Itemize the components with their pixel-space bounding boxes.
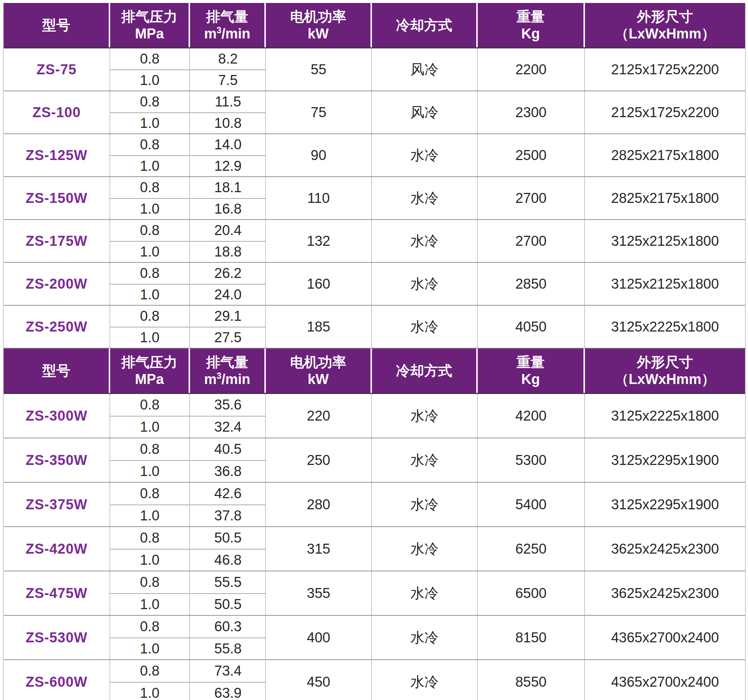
cooling-cell: 水冷 xyxy=(372,527,478,571)
header-unit: m3/min xyxy=(204,25,250,42)
volume-cell: 36.8 xyxy=(190,460,266,482)
volume-cell: 55.5 xyxy=(190,571,266,593)
pressure-cell: 0.8 xyxy=(110,263,190,284)
header-unit: （LxWxHmm） xyxy=(614,25,715,42)
dimensions-cell: 3625x2425x2300 xyxy=(585,571,745,615)
cooling-cell: 水冷 xyxy=(372,177,478,219)
cooling-cell: 水冷 xyxy=(372,306,478,348)
header-label: 外形尺寸 xyxy=(637,8,693,25)
model-cell: ZS-530W xyxy=(4,616,110,659)
header-cell-weight: 重量 Kg xyxy=(478,349,585,393)
pressure-cell: 0.8 xyxy=(110,527,190,549)
dimensions-cell: 3125x2225x1800 xyxy=(585,394,745,437)
header-slot: 型号 排气压力 MPa 排气量 m3/min 电机功率 kW 冷却方式 重量 K… xyxy=(4,3,745,49)
volume-cell: 40.5 xyxy=(190,438,266,460)
dimensions-cell: 3625x2425x2300 xyxy=(585,527,745,571)
model-cell: ZS-350W xyxy=(4,438,110,482)
model-cell: ZS-75 xyxy=(4,49,110,91)
table-row: ZS-75 0.8 8.2 1.0 7.5 55 风冷 2200 2125x17… xyxy=(4,49,745,91)
table-row: ZS-375W 0.8 42.6 1.0 37.8 280 水冷 5400 31… xyxy=(4,482,745,526)
pressure-cell: 1.0 xyxy=(110,155,190,176)
pressure-cell: 0.8 xyxy=(110,660,190,682)
volume-cell: 18.1 xyxy=(190,177,266,198)
header-label: 排气压力 xyxy=(121,8,178,25)
model-cell: ZS-125W xyxy=(4,134,110,176)
header-label: 型号 xyxy=(42,17,70,33)
pressure-cell: 1.0 xyxy=(110,241,190,262)
weight-cell: 6500 xyxy=(478,571,585,615)
header-label: 冷却方式 xyxy=(396,362,452,379)
volume-cell: 10.8 xyxy=(190,112,266,134)
dimensions-cell: 2825x2175x1800 xyxy=(585,177,745,219)
table-row: ZS-100 0.8 11.5 1.0 10.8 75 风冷 2300 2125… xyxy=(4,91,745,134)
header-cell-power: 电机功率 kW xyxy=(266,349,372,393)
pressure-volume-block: 0.8 40.5 1.0 36.8 xyxy=(110,438,266,482)
pressure-volume-block: 0.8 42.6 1.0 37.8 xyxy=(110,483,266,526)
model-cell: ZS-200W xyxy=(4,263,110,305)
pressure-cell: 1.0 xyxy=(110,112,190,134)
dimensions-cell: 2125x1725x2200 xyxy=(585,91,745,134)
pressure-volume-block: 0.8 18.1 1.0 16.8 xyxy=(110,177,266,219)
pressure-cell: 0.8 xyxy=(110,49,190,70)
pressure-cell: 1.0 xyxy=(110,327,190,348)
pressure-volume-block: 0.8 29.1 1.0 27.5 xyxy=(110,306,266,348)
pressure-cell: 1.0 xyxy=(110,284,190,305)
weight-cell: 4050 xyxy=(478,306,585,348)
header-label: 重量 xyxy=(517,354,545,371)
table-row: ZS-530W 0.8 60.3 1.0 55.8 400 水冷 8150 43… xyxy=(4,615,745,659)
power-cell: 280 xyxy=(266,483,372,526)
power-cell: 400 xyxy=(266,616,372,659)
rows-upper: ZS-75 0.8 8.2 1.0 7.5 55 风冷 2200 2125x17… xyxy=(4,49,745,349)
table-header-row: 型号 排气压力 MPa 排气量 m3/min 电机功率 kW 冷却方式 重量 K… xyxy=(4,349,745,394)
weight-cell: 2700 xyxy=(478,177,585,219)
volume-cell: 50.5 xyxy=(190,593,266,615)
power-cell: 132 xyxy=(266,220,372,262)
header-unit: kW xyxy=(308,25,329,42)
pressure-cell: 1.0 xyxy=(110,549,190,571)
cooling-cell: 水冷 xyxy=(372,394,478,437)
model-cell: ZS-375W xyxy=(4,483,110,526)
power-cell: 355 xyxy=(266,571,372,615)
header-cell-weight: 重量 Kg xyxy=(478,3,585,47)
pressure-cell: 0.8 xyxy=(110,616,190,638)
header-cell-pressure: 排气压力 MPa xyxy=(110,349,190,393)
cooling-cell: 水冷 xyxy=(372,483,478,526)
model-cell: ZS-150W xyxy=(4,177,110,219)
volume-cell: 27.5 xyxy=(190,327,266,348)
cooling-cell: 水冷 xyxy=(372,616,478,659)
header-cell-dimensions: 外形尺寸 （LxWxHmm） xyxy=(585,3,745,47)
dimensions-cell: 3125x2225x1800 xyxy=(585,306,745,348)
header-label: 重量 xyxy=(517,8,545,25)
volume-cell: 32.4 xyxy=(190,416,266,437)
pressure-cell: 0.8 xyxy=(110,177,190,198)
power-cell: 160 xyxy=(266,263,372,305)
pressure-cell: 0.8 xyxy=(110,306,190,327)
pressure-cell: 1.0 xyxy=(110,460,190,482)
cooling-cell: 水冷 xyxy=(372,571,478,615)
weight-cell: 4200 xyxy=(478,394,585,437)
header-label: 排气量 xyxy=(206,354,248,371)
power-cell: 185 xyxy=(266,306,372,348)
header-label: 型号 xyxy=(42,362,70,379)
power-cell: 75 xyxy=(266,91,372,134)
rows-lower: ZS-300W 0.8 35.6 1.0 32.4 220 水冷 4200 31… xyxy=(4,394,745,700)
volume-cell: 7.5 xyxy=(190,70,266,91)
model-cell: ZS-475W xyxy=(4,571,110,615)
dimensions-cell: 4365x2700x2400 xyxy=(585,660,745,700)
table-row: ZS-125W 0.8 14.0 1.0 12.9 90 水冷 2500 282… xyxy=(4,134,745,176)
pressure-volume-block: 0.8 73.4 1.0 63.9 xyxy=(110,660,266,700)
dimensions-cell: 3125x2125x1800 xyxy=(585,220,745,262)
dimensions-cell: 4365x2700x2400 xyxy=(585,616,745,659)
header-label: 电机功率 xyxy=(290,8,347,25)
table-row: ZS-420W 0.8 50.5 1.0 46.8 315 水冷 6250 36… xyxy=(4,526,745,571)
weight-cell: 2300 xyxy=(478,91,585,134)
volume-cell: 60.3 xyxy=(190,616,266,638)
header-cell-power: 电机功率 kW xyxy=(266,3,372,47)
volume-cell: 20.4 xyxy=(190,220,266,241)
volume-cell: 12.9 xyxy=(190,155,266,176)
section-upper: 型号 排气压力 MPa 排气量 m3/min 电机功率 kW 冷却方式 重量 K… xyxy=(4,3,745,349)
pressure-cell: 0.8 xyxy=(110,483,190,504)
dimensions-cell: 3125x2295x1900 xyxy=(585,438,745,482)
model-cell: ZS-175W xyxy=(4,220,110,262)
cooling-cell: 水冷 xyxy=(372,438,478,482)
